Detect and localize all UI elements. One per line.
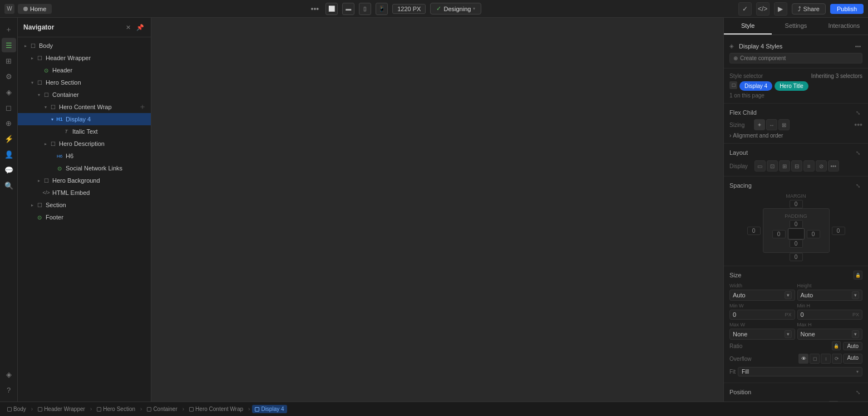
sizing-more-btn[interactable]: •••	[854, 120, 862, 129]
spacing-expand-btn[interactable]: ⤡	[854, 181, 862, 190]
pad-left-val[interactable]: 0	[772, 230, 786, 238]
overflow-hidden-btn[interactable]: ◻	[810, 354, 820, 364]
sz-contract-btn[interactable]: ⊠	[778, 119, 790, 130]
breadcrumb-container[interactable]: Container	[144, 405, 180, 413]
sidebar-icon-comments[interactable]: 💬	[2, 163, 16, 177]
create-component-btn[interactable]: ⊕ Create component	[729, 53, 862, 63]
tree-item-body[interactable]: ☐ Body	[18, 40, 151, 52]
size-lock-btn[interactable]: 🔒	[854, 271, 862, 280]
max-w-input[interactable]: None ▾	[729, 329, 795, 340]
tree-arrow-container[interactable]	[36, 91, 42, 98]
tree-item-italic-text[interactable]: T Italic Text	[18, 125, 151, 138]
tree-item-hero-section[interactable]: ☐ Hero Section	[18, 76, 151, 89]
sz-expand-btn[interactable]: ↔	[766, 119, 777, 130]
frame-square-btn[interactable]: ⬜	[326, 3, 338, 15]
alignment-order-btn[interactable]: › Alignment and order	[729, 133, 862, 139]
display-inline-flex-btn[interactable]: ⊟	[791, 160, 802, 172]
tab-settings[interactable]: Settings	[772, 18, 820, 35]
width-dropdown[interactable]: ▾	[785, 291, 792, 299]
pill-hero-title[interactable]: Hero Title	[775, 81, 808, 91]
frame-tall-btn[interactable]: ▯	[359, 3, 371, 15]
tree-arrow-body[interactable]	[22, 42, 29, 49]
display-flex-btn[interactable]: ⊡	[767, 160, 778, 172]
height-dropdown[interactable]: ▾	[852, 291, 859, 299]
sidebar-icon-navigator[interactable]: ☰	[2, 38, 16, 52]
designing-mode-btn[interactable]: ✓ Designing ▾	[430, 3, 481, 14]
share-btn[interactable]: ⤴ Share	[792, 3, 826, 14]
tree-item-hero-description[interactable]: ☐ Hero Description	[18, 138, 151, 150]
styles-more-btn[interactable]: •••	[854, 42, 862, 51]
margin-bottom-val[interactable]: 0	[790, 253, 803, 261]
sidebar-icon-cms[interactable]: ⚙	[2, 69, 16, 84]
nav-close-btn[interactable]: ✕	[123, 22, 133, 32]
display-none-btn[interactable]: ⊘	[816, 160, 827, 172]
overflow-visible-btn[interactable]: 👁	[798, 354, 808, 364]
tree-arrow-hero-section[interactable]	[29, 79, 36, 86]
tree-arrow-header-wrapper[interactable]	[29, 55, 36, 61]
sidebar-icon-interactions[interactable]: ⚡	[2, 131, 16, 146]
tab-style[interactable]: Style	[724, 18, 772, 35]
breadcrumb-hero-section[interactable]: Hero Section	[94, 405, 138, 413]
tree-item-h1-display4[interactable]: H1 Display 4	[18, 113, 151, 125]
tree-item-hero-background[interactable]: ☐ Hero Background	[18, 174, 151, 187]
pill-display4[interactable]: Display 4	[739, 81, 772, 91]
height-input[interactable]: Auto ▾	[797, 290, 863, 301]
ratio-lock-btn[interactable]: 🔒	[832, 341, 841, 350]
preview-btn[interactable]: ▶	[774, 2, 787, 16]
ratio-val[interactable]: Auto	[843, 342, 862, 350]
undo-btn[interactable]: ✓	[738, 2, 752, 16]
fc-expand-btn[interactable]: ⤡	[854, 108, 862, 117]
breadcrumb-display4[interactable]: Display 4	[252, 405, 287, 413]
tree-item-header[interactable]: ⊙ Header	[18, 64, 151, 76]
layout-expand-btn[interactable]: ⤡	[854, 148, 862, 157]
margin-left-val[interactable]: 0	[747, 227, 761, 235]
publish-btn[interactable]: Publish	[830, 4, 864, 14]
tree-item-h6[interactable]: H6 H6	[18, 150, 151, 162]
breadcrumb-hero-content-wrap[interactable]: Hero Content Wrap	[186, 405, 246, 413]
tree-item-social-links[interactable]: ⊙ Social Network Links	[18, 162, 151, 174]
home-tab[interactable]: Home	[18, 4, 52, 14]
min-h-input[interactable]: 0 PX	[797, 310, 863, 320]
max-w-dropdown[interactable]: ▾	[785, 330, 792, 338]
pad-top-val[interactable]: 0	[790, 220, 803, 228]
sz-plus-btn[interactable]: ＋	[754, 119, 765, 130]
add-child-btn[interactable]: ＋	[139, 102, 146, 112]
tree-item-html-embed[interactable]: </> HTML Embed	[18, 187, 151, 199]
width-input[interactable]: Auto ▾	[729, 290, 795, 301]
frame-wide-btn[interactable]: ▬	[342, 3, 354, 15]
more-options-btn[interactable]: •••	[309, 3, 322, 14]
pad-bottom-val[interactable]: 0	[790, 239, 803, 248]
min-w-input[interactable]: 0 PX	[729, 310, 795, 320]
margin-right-val[interactable]: 0	[832, 227, 845, 235]
tree-arrow-hbg[interactable]	[36, 177, 42, 184]
display-more-btn[interactable]: •••	[828, 160, 839, 172]
tree-arrow-hcw[interactable]	[42, 104, 49, 110]
display-grid-btn[interactable]: ⊞	[779, 160, 790, 172]
display-block-btn[interactable]: ▭	[754, 160, 766, 172]
tree-item-container[interactable]: ☐ Container	[18, 89, 151, 101]
margin-top-val[interactable]: 0	[790, 200, 803, 208]
code-btn[interactable]: </>	[756, 2, 770, 16]
sidebar-icon-assets[interactable]: ◻	[2, 100, 16, 115]
tree-item-header-wrapper[interactable]: ☐ Header Wrapper	[18, 52, 151, 64]
max-h-input[interactable]: None ▾	[797, 329, 863, 340]
tree-item-hero-content-wrap[interactable]: ☐ Hero Content Wrap ＋	[18, 101, 151, 113]
sidebar-icon-pages[interactable]: ⊞	[2, 53, 16, 68]
nav-pin-btn[interactable]: 📌	[135, 22, 145, 32]
frame-phone-btn[interactable]: 📱	[376, 3, 388, 15]
sidebar-icon-help[interactable]: ?	[2, 383, 16, 397]
tab-interactions[interactable]: Interactions	[820, 18, 868, 35]
max-h-dropdown[interactable]: ▾	[852, 330, 859, 338]
sidebar-icon-add[interactable]: ＋	[2, 22, 16, 37]
display-inline-btn[interactable]: ≡	[803, 160, 815, 172]
pad-right-val[interactable]: 0	[807, 230, 820, 238]
tree-arrow-hd[interactable]	[42, 140, 49, 147]
position-expand-btn[interactable]: ⤡	[854, 388, 862, 397]
breadcrumb-header-wrapper[interactable]: Header Wrapper	[35, 405, 88, 413]
tree-arrow-h1[interactable]	[49, 116, 56, 123]
sidebar-icon-search[interactable]: 🔍	[2, 178, 16, 193]
tree-item-footer[interactable]: ⊙ Footer	[18, 211, 151, 223]
fit-dropdown[interactable]: Fill ▾	[738, 367, 862, 376]
breadcrumb-body[interactable]: Body	[4, 405, 29, 413]
tree-arrow-section[interactable]	[29, 202, 36, 208]
